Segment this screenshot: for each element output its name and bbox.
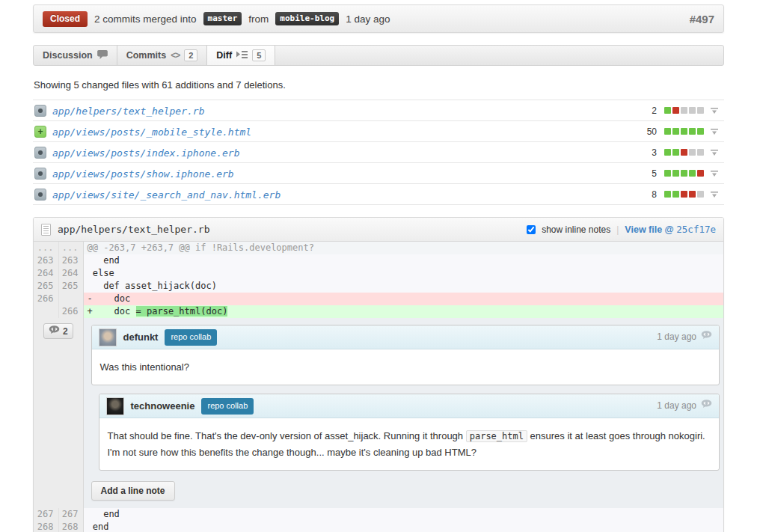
diffstat-blocks [664, 170, 711, 177]
diffstat-block-added [664, 128, 671, 135]
new-line-number: 263 [58, 254, 83, 267]
view-file-link[interactable]: View file @ 25cf17e [625, 224, 716, 235]
context-line-row: 267 267 end [34, 508, 723, 521]
old-line-number: 263 [34, 254, 58, 267]
diffstat-block-added [672, 149, 679, 156]
comment-count-button[interactable]: 2 [43, 323, 73, 339]
code-line: else [83, 267, 723, 280]
file-row: app/helpers/text_helper.rb 2 [33, 100, 724, 121]
old-line-number: 266 [34, 293, 58, 305]
header-divider: | [616, 224, 619, 235]
comment-permalink-icon[interactable] [701, 400, 712, 412]
new-line-number: 268 [58, 521, 83, 532]
new-line-number: 267 [58, 508, 83, 521]
tab-discussion[interactable]: Discussion [34, 46, 117, 65]
added-code-text: + doc [88, 306, 136, 317]
comment-permalink-icon[interactable] [701, 331, 712, 343]
diffstat-block-neutral [697, 191, 704, 198]
diff-icon [236, 50, 248, 61]
show-inline-notes-label[interactable]: show inline notes [542, 224, 610, 235]
comment-text: That should be fine. That's the dev-only… [108, 430, 466, 441]
collapse-diff-icon[interactable] [711, 188, 718, 201]
comment-count: 2 [63, 326, 68, 337]
comment-thread: defunkt repo collab 1 day ago Was this i… [83, 318, 723, 508]
add-line-note-button[interactable]: Add a line note [91, 481, 175, 501]
commits-count-badge: 2 [184, 49, 197, 61]
file-link[interactable]: app/helpers/text_helper.rb [52, 106, 205, 117]
diffstat-block-neutral [697, 107, 704, 114]
diffstat-block-added [672, 191, 679, 198]
diff-header: app/helpers/text_helper.rb show inline n… [34, 218, 723, 242]
diffstat-blocks [664, 128, 711, 135]
diffstat-block-added [697, 128, 704, 135]
diffstat-block-neutral [681, 107, 687, 114]
collapse-diff-icon[interactable] [711, 104, 718, 117]
modified-file-icon [34, 105, 46, 117]
comment-author[interactable]: defunkt [123, 331, 159, 343]
new-line-number: 264 [58, 267, 83, 280]
diffstat-block-neutral [689, 149, 696, 156]
file-icon [41, 224, 51, 236]
code-line: def asset_hijack(doc) [83, 280, 723, 293]
collapse-diff-icon[interactable] [711, 125, 718, 138]
diffstat-block-deleted [681, 191, 687, 198]
collapse-diff-icon[interactable] [711, 167, 718, 180]
file-link[interactable]: app/views/posts/_mobile_style.html [52, 126, 251, 138]
file-row: app/views/posts/show.iphone.erb 5 [33, 163, 724, 184]
avatar[interactable] [99, 328, 117, 346]
comment-bubble-icon [49, 325, 60, 337]
file-change-count: 5 [627, 163, 664, 184]
comment-header: defunkt repo collab 1 day ago [92, 325, 720, 349]
view-file-text: View file @ [625, 224, 673, 235]
tab-commits-label: Commits [126, 50, 166, 61]
diff-table: ... ... @@ -263,7 +263,7 @@ if !Rails.de… [34, 242, 723, 532]
code-line: end [83, 254, 723, 267]
new-line-number [58, 293, 83, 305]
diffstat-blocks [664, 107, 711, 114]
new-line-number: 265 [58, 280, 83, 293]
show-inline-notes-checkbox[interactable] [527, 225, 536, 234]
old-line-number: ... [34, 242, 58, 254]
old-line-number: 268 [34, 521, 58, 532]
new-line-number: ... [58, 242, 83, 254]
file-link[interactable]: app/views/posts/index.iphone.erb [52, 147, 239, 159]
diffstat-block-added [664, 149, 671, 156]
diffstat-block-added [689, 128, 696, 135]
pr-number: #497 [690, 13, 714, 25]
repo-collab-badge: repo collab [201, 398, 254, 415]
context-line-row: 264 264 else [34, 267, 723, 280]
diffstat-block-added [681, 128, 687, 135]
old-line-number: 264 [34, 267, 58, 280]
hunk-header-text: @@ -263,7 +263,7 @@ if !Rails.developmen… [83, 242, 723, 254]
added-file-icon: + [34, 126, 46, 138]
diffstat-block-added [689, 170, 696, 177]
file-link[interactable]: app/views/site/_search_and_nav.html.erb [52, 189, 281, 201]
discussion-bubble-icon [97, 50, 108, 61]
file-row: app/views/posts/index.iphone.erb 3 [33, 142, 724, 163]
diffstat-block-neutral [697, 149, 704, 156]
diffstat-blocks [664, 191, 711, 198]
avatar[interactable] [106, 397, 124, 415]
tab-commits[interactable]: Commits <> 2 [117, 46, 208, 65]
collapse-diff-icon[interactable] [711, 146, 718, 159]
comment-gutter: 2 [34, 318, 83, 508]
inline-code: parse_html [466, 430, 527, 442]
diff-count-badge: 5 [252, 49, 266, 61]
pull-request-page: Closed 2 commits merged into master from… [33, 4, 724, 532]
tab-discussion-label: Discussion [43, 50, 93, 61]
head-branch-label: mobile-blog [275, 12, 339, 25]
comment: defunkt repo collab 1 day ago Was this i… [91, 325, 720, 385]
diffstat-block-added [664, 107, 671, 114]
tab-diff[interactable]: Diff 5 [207, 46, 275, 65]
diff-filename: app/helpers/text_helper.rb [58, 224, 210, 235]
added-code-line: + doc = parse_html(doc) [83, 305, 723, 318]
file-change-count: 50 [627, 121, 664, 142]
file-row: app/views/site/_search_and_nav.html.erb … [33, 184, 724, 205]
context-line-row: 263 263 end [34, 254, 723, 267]
code-line: end [83, 508, 723, 521]
file-link[interactable]: app/views/posts/show.iphone.erb [52, 168, 234, 180]
deleted-line-row: 266 - doc [34, 293, 723, 305]
comment-author[interactable]: technoweenie [131, 400, 195, 412]
diffstat-block-added [681, 170, 687, 177]
modified-file-icon [34, 189, 46, 201]
